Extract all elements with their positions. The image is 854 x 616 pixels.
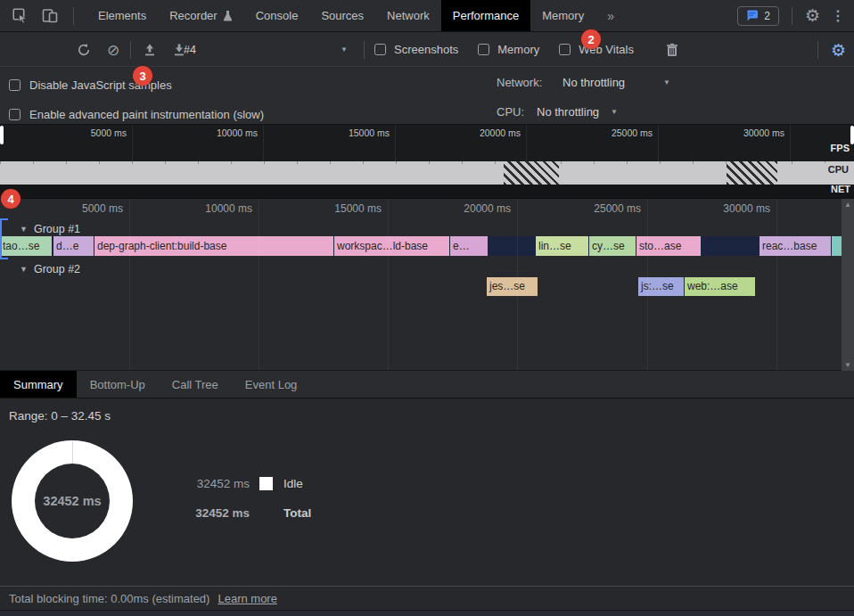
disable-js-samples-checkbox[interactable] <box>9 79 21 91</box>
web-vitals-checkbox[interactable] <box>559 44 571 55</box>
flame-event-bar[interactable]: sto…ase <box>636 236 701 256</box>
inspect-element-icon[interactable] <box>11 7 29 25</box>
range-label: Range: 0 – 32.45 s <box>9 409 111 423</box>
learn-more-link[interactable]: Learn more <box>218 592 276 605</box>
overview-tick-label: 30000 ms <box>695 127 784 138</box>
legend-value: 32452 ms <box>165 506 250 520</box>
legend-row: 32452 msTotal <box>165 506 311 520</box>
cpu-lane-label: CPU <box>824 163 853 177</box>
network-throttle-arrow-icon[interactable]: ▼ <box>663 78 670 86</box>
group2-header[interactable]: ▼ Group #2 <box>20 261 80 277</box>
group1-header[interactable]: ▼ Group #1 <box>20 221 80 237</box>
clear-button[interactable]: ⊘ <box>107 41 119 60</box>
legend-row: 32452 msIdle <box>165 477 303 490</box>
flame-event-bar[interactable] <box>832 236 842 256</box>
reload-and-record-button[interactable] <box>78 44 91 57</box>
flame-event-bar[interactable]: jes…se <box>487 277 538 296</box>
tab-network[interactable]: Network <box>375 0 441 31</box>
tab-recorder[interactable]: Recorder <box>158 0 243 31</box>
flame-gridline <box>129 199 130 370</box>
tab-performance[interactable]: Performance <box>441 0 530 31</box>
tab-label: Recorder <box>169 9 217 22</box>
flame-scrollbar[interactable]: ▲ ▼ <box>842 199 854 371</box>
history-dropdown[interactable]: #4 ▼ <box>184 33 358 66</box>
cpu-throttle-arrow-icon[interactable]: ▼ <box>611 108 618 116</box>
flame-gridline <box>259 199 259 370</box>
advanced-paint-row: Enable advanced paint instrumentation (s… <box>9 103 264 126</box>
overview-right-grip[interactable] <box>850 126 854 144</box>
network-throttle-value[interactable]: No throttling <box>562 76 625 89</box>
flame-tick-label: 10000 ms <box>154 202 252 215</box>
flame-event-bar[interactable]: lin…se <box>536 236 588 256</box>
flame-tick-label: 25000 ms <box>543 202 641 215</box>
scroll-down-icon[interactable]: ▼ <box>844 361 851 369</box>
flame-event-bar[interactable]: reac…base <box>760 236 831 256</box>
overview-cpu-band <box>0 161 854 185</box>
delete-recording-icon[interactable] <box>667 44 678 57</box>
screenshots-toggle[interactable]: Screenshots <box>374 43 458 56</box>
donut-total-label: 32452 ms <box>43 494 101 508</box>
cpu-throttle-value[interactable]: No throttling <box>537 105 599 119</box>
overview-tick-label: 15000 ms <box>300 127 390 138</box>
scroll-up-icon[interactable]: ▲ <box>844 201 851 209</box>
tab-label: Elements <box>98 9 146 22</box>
total-blocking-time-text: Total blocking time: 0.00ms (estimated) <box>9 592 209 605</box>
tab-memory[interactable]: Memory <box>530 0 595 31</box>
details-tab-call-tree[interactable]: Call Tree <box>159 371 232 398</box>
checkbox-label: Screenshots <box>394 43 458 56</box>
flame-gridline <box>517 199 518 370</box>
flame-event-bar[interactable]: e… <box>450 236 488 256</box>
flame-event-bar[interactable]: cy…se <box>589 236 636 256</box>
memory-checkbox[interactable] <box>478 44 489 55</box>
divider <box>130 41 131 59</box>
device-toolbar-icon[interactable] <box>41 7 59 25</box>
chevron-down-icon: ▼ <box>341 45 348 53</box>
flame-chart[interactable]: ▼ Group #1 tao…sed…edep-graph-client:bui… <box>0 198 854 370</box>
legend-label: Idle <box>283 477 303 490</box>
devtools-window: ElementsRecorderConsoleSourcesNetworkPer… <box>0 0 854 616</box>
tab-label: Summary <box>13 378 63 391</box>
tab-elements[interactable]: Elements <box>86 0 158 31</box>
performance-toolbar: ⊘ #4 ▼ ScreenshotsMemoryWeb Vitals ⚙ <box>0 33 854 67</box>
cpu-throttle-label: CPU: <box>497 105 524 119</box>
tab-console[interactable]: Console <box>244 0 310 31</box>
flame-gridline <box>388 199 389 370</box>
issues-counter-button[interactable]: 2 <box>737 6 779 26</box>
flame-tick-label: 15000 ms <box>283 202 382 215</box>
legend-value: 32452 ms <box>165 477 250 490</box>
legend-swatch <box>259 477 273 490</box>
group2-label: Group #2 <box>34 263 80 275</box>
flame-event-bar[interactable]: js:…se <box>638 277 684 296</box>
timeline-overview[interactable]: FPS CPU NET 5000 ms10000 ms15000 ms20000… <box>0 125 854 198</box>
step-badge-3: 3 <box>133 66 152 86</box>
flame-event-bar[interactable]: web:…ase <box>685 277 755 296</box>
tab-label: Sources <box>321 9 364 22</box>
group1-track: tao…sed…edep-graph-client:build-basework… <box>0 236 842 256</box>
more-tabs-chevron[interactable]: » <box>595 0 626 31</box>
capture-settings-gear-icon[interactable]: ⚙ <box>831 39 846 60</box>
details-tab-event-log[interactable]: Event Log <box>232 371 311 398</box>
flame-event-bar[interactable]: d…e <box>53 236 94 256</box>
details-tab-bottom-up[interactable]: Bottom-Up <box>77 371 159 398</box>
details-tab-summary[interactable]: Summary <box>0 371 77 398</box>
screenshots-checkbox[interactable] <box>374 44 386 55</box>
step-badge-4: 4 <box>1 189 21 209</box>
advanced-paint-checkbox[interactable] <box>9 109 21 120</box>
flame-tick-label: 5000 ms <box>25 202 123 215</box>
settings-gear-icon[interactable]: ⚙ <box>805 7 820 24</box>
load-profile-button[interactable] <box>143 44 157 57</box>
flame-tick-label: 20000 ms <box>413 202 511 215</box>
cpu-busy-region <box>504 161 559 185</box>
more-options-icon[interactable]: ⋮ <box>831 7 845 24</box>
capture-settings-pane: Disable JavaScript samples Enable advanc… <box>0 68 854 125</box>
overview-left-grip[interactable] <box>0 126 4 144</box>
flame-event-bar[interactable]: workspac…ld-base <box>334 236 449 256</box>
net-lane-label: NET <box>831 184 850 194</box>
memory-toggle[interactable]: Memory <box>478 43 539 56</box>
divider <box>73 7 74 25</box>
checkbox-label: Memory <box>497 43 539 56</box>
tab-sources[interactable]: Sources <box>309 0 375 31</box>
flame-event-bar[interactable]: dep-graph-client:build-base <box>94 236 333 256</box>
tab-label: Console <box>256 9 299 22</box>
cpu-busy-region <box>727 161 777 185</box>
